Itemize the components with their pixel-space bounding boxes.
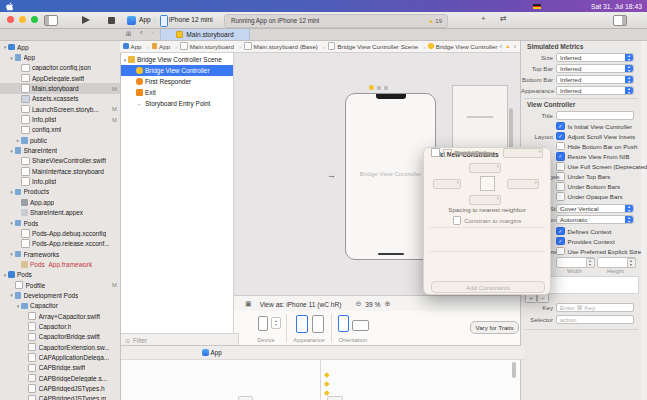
checkbox[interactable] — [556, 237, 565, 246]
issue-warning-icon[interactable]: ▲ — [505, 43, 510, 49]
file-row[interactable]: LaunchScreen.storyb... M — [0, 104, 120, 114]
console-scrollbar[interactable] — [512, 362, 516, 378]
responder-mini-icon[interactable] — [377, 86, 381, 90]
title-field[interactable] — [556, 111, 634, 120]
checkbox[interactable] — [556, 247, 565, 256]
file-row[interactable]: CapacitorBridge.swift — [0, 332, 120, 342]
appearance-light-button[interactable] — [296, 315, 308, 333]
view-as-button[interactable]: View as: iPhone 11 (wC hR) — [260, 301, 342, 308]
file-row[interactable]: CAPApplicationDelega... — [0, 352, 120, 362]
recent-files-icon[interactable]: ⊞ — [124, 28, 133, 40]
content-height-field[interactable]: ▲▼ — [597, 257, 636, 268]
file-row[interactable]: Info.plist M — [0, 114, 120, 124]
dropdown-stepper[interactable]: ▲▼ — [625, 205, 633, 212]
stop-button[interactable] — [108, 17, 115, 24]
metric-dropdown[interactable]: Inferred▲▼ — [556, 53, 634, 62]
file-row[interactable]: ▾ Pods — [0, 218, 120, 228]
orientation-landscape-button[interactable] — [352, 320, 369, 331]
outline-exit[interactable]: Exit — [120, 87, 233, 98]
file-row[interactable]: Pods-App.debug.xcconfig — [0, 228, 120, 238]
disclosure-triangle[interactable]: ▾ — [9, 292, 15, 298]
zoom-in-button[interactable]: ⊕ — [384, 300, 390, 308]
next-issue-button[interactable]: › — [514, 43, 516, 50]
variables-filter-pill[interactable] — [238, 396, 253, 400]
checkbox[interactable] — [556, 132, 565, 141]
constrain-margins-row[interactable]: Constrain to margins — [424, 216, 550, 225]
disclosure-triangle[interactable]: ▾ — [9, 189, 15, 195]
file-row[interactable]: ▾ Products — [0, 187, 120, 197]
disclosure-triangle[interactable]: ▾ — [9, 148, 15, 154]
outline-first-responder[interactable]: First Responder — [120, 76, 233, 87]
filter-field[interactable]: Filter — [133, 337, 147, 344]
toggle-navigator-icon[interactable] — [44, 15, 58, 26]
apple-menu[interactable] — [0, 2, 18, 11]
menu-bar-clock[interactable]: Sat 31. Jul 18:43 — [591, 3, 642, 10]
file-row[interactable]: CAPBridge.swift — [0, 363, 120, 373]
file-row[interactable]: CAPBridgeDelegate.s... — [0, 373, 120, 383]
relation-checkbox[interactable] — [431, 148, 440, 157]
back-button[interactable]: ‹ — [140, 28, 143, 37]
file-row[interactable]: ShareViewController.swift — [0, 156, 120, 166]
keyboard-flag-de-icon[interactable] — [533, 4, 541, 9]
file-row[interactable]: Podfile M — [0, 280, 120, 290]
checkbox[interactable] — [556, 182, 565, 191]
jump-bar-crumb[interactable]: Bridge View Controller — [428, 43, 497, 50]
checkbox[interactable] — [556, 152, 565, 161]
metric-dropdown[interactable]: Inferred▲▼ — [556, 64, 634, 73]
content-width-field[interactable]: ▲▼ — [556, 257, 595, 268]
debug-pane-divider[interactable] — [320, 359, 321, 400]
file-row[interactable]: ▸ public — [0, 135, 120, 145]
disclosure-triangle[interactable]: ▾ — [9, 220, 15, 226]
trailing-spacing-field[interactable] — [507, 179, 539, 189]
scene-header[interactable] — [369, 85, 388, 90]
warning-count[interactable]: 19 — [434, 18, 447, 24]
checkbox[interactable] — [556, 142, 565, 151]
checkbox[interactable] — [556, 122, 565, 131]
file-row[interactable]: Pods_App.framework — [0, 259, 120, 269]
file-row[interactable]: App.app — [0, 197, 120, 207]
outline-bridge-view-controller[interactable]: Bridge View Controller — [120, 65, 233, 76]
zoom-out-button[interactable]: ⊖ — [355, 300, 361, 308]
dropdown-stepper[interactable]: ▲▼ — [625, 54, 633, 61]
constraint-anchor-square[interactable] — [480, 176, 495, 191]
file-row[interactable]: AppDelegate.swift — [0, 73, 120, 83]
file-row[interactable]: ShareIntent.appex — [0, 208, 120, 218]
check-adjust-scroll-insets[interactable]: Layout Adjust Scroll View Insets — [521, 131, 641, 141]
code-review-button[interactable]: ⇄ — [500, 15, 507, 23]
dropdown-stepper[interactable]: ▲▼ — [625, 65, 633, 72]
appearance-dark-button[interactable] — [312, 315, 324, 333]
file-row[interactable]: capacitor.config.json — [0, 63, 120, 73]
jump-bar-crumb[interactable]: App — [123, 43, 149, 50]
dropdown-stepper[interactable]: ▲▼ — [625, 87, 633, 94]
vary-for-traits-button[interactable]: Vary for Traits — [470, 321, 519, 334]
metric-dropdown[interactable]: Inferred▲▼ — [556, 86, 634, 95]
metric-dropdown[interactable]: Inferred▲▼ — [556, 75, 634, 84]
outline-toggle-icon[interactable]: ▣ — [245, 300, 252, 308]
file-row[interactable]: MainInterface.storyboard — [0, 166, 120, 176]
close-window-button[interactable] — [7, 16, 14, 23]
outline-entry-point[interactable]: Storyboard Entry Point — [120, 98, 233, 109]
outline-scene-row[interactable]: ▾ Bridge View Controller Scene — [120, 54, 233, 65]
file-row[interactable]: CAPBridgedJSTypes.h — [0, 383, 120, 393]
dropdown-stepper[interactable]: ▲▼ — [625, 76, 633, 83]
file-row[interactable]: ▾ Pods — [0, 270, 120, 280]
file-row[interactable]: Pods-App.release.xcconf... — [0, 239, 120, 249]
forward-button[interactable]: › — [151, 28, 154, 37]
add-constraints-button[interactable]: Add Constraints — [431, 281, 545, 293]
storyboard-entry-arrow[interactable]: → — [327, 170, 336, 180]
file-row[interactable]: Main.storyboard M — [0, 83, 120, 93]
minimize-window-button[interactable] — [19, 16, 26, 23]
library-add-button[interactable]: + — [481, 15, 486, 23]
file-row[interactable]: Array+Capacitor.swift — [0, 311, 120, 321]
disclosure-triangle[interactable]: ▾ — [9, 251, 15, 257]
device-stepper[interactable]: ▴▾ — [271, 317, 281, 329]
key-field[interactable]: Enter ⌘ Key — [556, 303, 634, 312]
jump-bar-crumb[interactable]: Bridge View Controller Scene — [328, 42, 425, 50]
toggle-inspector-icon[interactable] — [613, 15, 627, 26]
checkbox[interactable] — [556, 227, 565, 236]
run-destination-selector[interactable]: iPhone 12 mini — [169, 16, 213, 23]
device-picker-icon[interactable] — [258, 316, 268, 331]
file-row[interactable]: Info.plist — [0, 176, 120, 186]
file-row[interactable]: ▾ Frameworks — [0, 249, 120, 259]
jump-bar-crumb[interactable]: Main.storyboard (Base) — [244, 42, 325, 50]
